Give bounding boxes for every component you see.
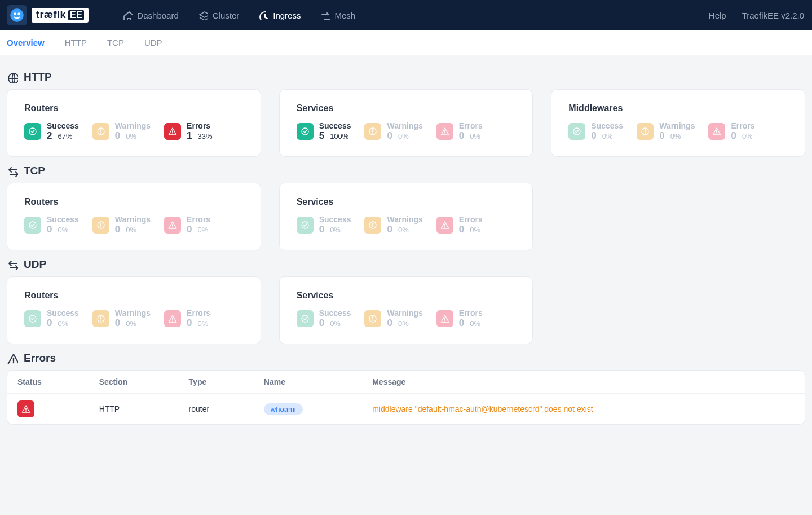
errors-icon — [708, 123, 725, 140]
swap-icon — [7, 165, 18, 177]
stat-label: Success — [319, 121, 351, 130]
version-label: TraefikEE v2.2.0 — [742, 11, 804, 20]
card-services: Services Success 00% Warnings 00% Errors… — [279, 276, 533, 344]
subnav-tab-http[interactable]: HTTP — [65, 38, 87, 47]
stat-label: Errors — [731, 121, 754, 130]
stat-count: 0 — [115, 130, 120, 142]
col-name: Name — [254, 371, 362, 394]
warnings-icon — [92, 217, 109, 234]
table-row[interactable]: HTTP router whoami middleware "default-h… — [7, 394, 805, 425]
col-status: Status — [7, 371, 89, 394]
success-icon — [297, 123, 314, 140]
stat-success[interactable]: Success 5100% — [297, 121, 351, 142]
stat-percent: 0% — [398, 226, 409, 234]
section-head-tcp: TCP — [7, 165, 805, 177]
brand: træfikEE — [7, 5, 89, 25]
stat-label: Warnings — [115, 215, 151, 224]
mesh-icon — [320, 10, 330, 20]
stat-warnings[interactable]: Warnings 00% — [364, 121, 422, 142]
stat-percent: 0% — [330, 226, 341, 234]
card-services: Services Success 5100% Warnings 00% Erro… — [279, 89, 533, 157]
errors-icon — [436, 217, 453, 234]
stat-errors[interactable]: Errors 00% — [708, 121, 754, 142]
stat-count: 0 — [387, 318, 392, 329]
stat-count: 0 — [387, 130, 392, 142]
stat-success[interactable]: Success 00% — [568, 121, 623, 142]
stat-label: Errors — [187, 215, 210, 224]
help-link[interactable]: Help — [709, 11, 726, 20]
errors-icon — [436, 123, 453, 140]
stat-percent: 67% — [58, 132, 72, 140]
stat-percent: 0% — [126, 319, 136, 328]
card-title: Services — [297, 290, 516, 301]
error-icon — [17, 400, 34, 417]
stat-label: Errors — [459, 309, 483, 318]
stat-errors[interactable]: Errors 00% — [436, 309, 483, 329]
stat-success[interactable]: Success 00% — [297, 309, 351, 329]
globe-icon — [7, 72, 18, 83]
success-icon — [297, 217, 314, 234]
stat-count: 0 — [187, 224, 192, 235]
nav-item-dashboard[interactable]: Dashboard — [122, 10, 178, 20]
nav-item-ingress[interactable]: Ingress — [258, 10, 301, 20]
stat-count: 0 — [459, 130, 464, 142]
stat-label: Errors — [459, 121, 483, 130]
stat-warnings[interactable]: Warnings 00% — [637, 121, 695, 142]
stat-label: Errors — [187, 309, 210, 318]
errors-icon — [164, 123, 181, 140]
swap-icon — [7, 259, 18, 270]
cluster-icon — [198, 10, 208, 20]
stat-percent: 0% — [602, 132, 613, 140]
stat-errors[interactable]: Errors 00% — [164, 309, 210, 329]
warnings-icon — [364, 217, 381, 234]
nav-item-label: Cluster — [213, 11, 240, 20]
stat-count: 0 — [47, 318, 52, 329]
subnav-tab-tcp[interactable]: TCP — [107, 38, 124, 47]
stat-errors[interactable]: Errors 00% — [436, 215, 483, 235]
stat-percent: 0% — [126, 132, 136, 140]
cards-row: Routers Success 00% Warnings 00% Errors … — [7, 183, 805, 250]
warning-triangle-icon — [7, 353, 18, 364]
card-phantom — [551, 183, 805, 250]
stat-label: Warnings — [115, 121, 151, 130]
stat-count: 0 — [319, 224, 324, 235]
stat-errors[interactable]: Errors 00% — [164, 215, 210, 235]
stat-warnings[interactable]: Warnings 00% — [364, 215, 422, 235]
card-title: Routers — [24, 197, 244, 207]
warnings-icon — [92, 123, 109, 140]
stat-errors[interactable]: Errors 133% — [164, 121, 213, 142]
stat-count: 0 — [731, 130, 736, 142]
col-message: Message — [362, 371, 805, 394]
cell-section: HTTP — [89, 394, 179, 425]
brand-logo-icon — [7, 5, 27, 25]
warnings-icon — [364, 310, 381, 327]
col-type: Type — [179, 371, 254, 394]
name-chip[interactable]: whoami — [264, 403, 303, 415]
stat-percent: 0% — [198, 226, 209, 234]
card-routers: Routers Success 267% Warnings 00% Errors… — [7, 89, 261, 157]
stat-warnings[interactable]: Warnings 00% — [92, 215, 151, 235]
stat-warnings[interactable]: Warnings 00% — [92, 121, 151, 142]
col-section: Section — [89, 371, 179, 394]
stat-count: 0 — [387, 224, 392, 235]
card-services: Services Success 00% Warnings 00% Errors… — [279, 183, 533, 250]
stat-percent: 33% — [198, 132, 213, 140]
stat-warnings[interactable]: Warnings 00% — [92, 309, 151, 329]
ingress-icon — [258, 10, 268, 20]
stat-label: Success — [319, 309, 351, 318]
nav-item-cluster[interactable]: Cluster — [198, 10, 240, 20]
success-icon — [297, 310, 314, 327]
subnav-tab-udp[interactable]: UDP — [144, 38, 162, 47]
stat-success[interactable]: Success 267% — [24, 121, 79, 142]
cell-message: middleware "default-hmac-auth@kubernetes… — [362, 394, 805, 425]
stat-success[interactable]: Success 00% — [24, 215, 79, 235]
stat-warnings[interactable]: Warnings 00% — [364, 309, 422, 329]
errors-icon — [164, 310, 181, 327]
brand-wordmark: træfikEE — [32, 8, 89, 23]
stat-errors[interactable]: Errors 00% — [436, 121, 483, 142]
nav-item-mesh[interactable]: Mesh — [320, 10, 355, 20]
stat-percent: 0% — [58, 226, 68, 234]
stat-success[interactable]: Success 00% — [24, 309, 79, 329]
stat-success[interactable]: Success 00% — [297, 215, 351, 235]
subnav-tab-overview[interactable]: Overview — [7, 38, 45, 47]
